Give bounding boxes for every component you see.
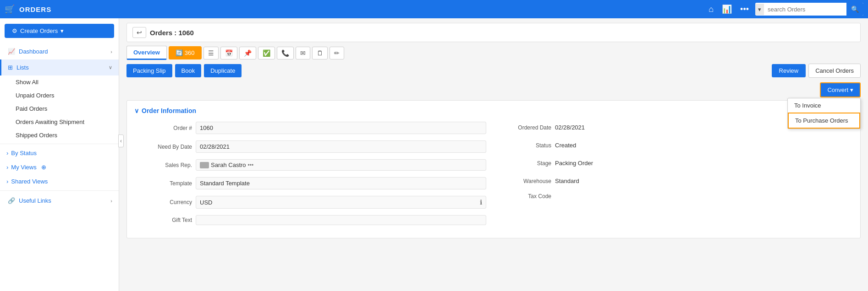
warehouse-value: Standard <box>555 175 846 187</box>
sidebar-item-useful-links[interactable]: 🔗 Useful Links › <box>0 193 119 209</box>
sidebar-item-dashboard[interactable]: 📈 Dashboard › <box>0 43 119 59</box>
my-views-label: My Views <box>11 164 36 171</box>
form-row-order-num: Order # 1060 <box>142 122 486 134</box>
sidebar-divider-2 <box>0 190 119 191</box>
tab-edit[interactable]: ✏ <box>330 47 344 59</box>
gift-text-value[interactable] <box>196 215 486 225</box>
form-col-left: Order # 1060 Need By Date 02/28/2021 Sal… <box>134 122 494 232</box>
currency-info-icon[interactable]: ℹ <box>480 199 482 206</box>
convert-dropdown-menu: To Invoice To Purchase Orders <box>787 98 861 129</box>
gift-text-label: Gift Text <box>142 217 192 223</box>
convert-label: Convert <box>827 86 848 93</box>
duplicate-button[interactable]: Duplicate <box>204 64 242 77</box>
by-status-chevron: › <box>6 150 8 156</box>
currency-value[interactable]: USD ℹ <box>196 196 486 209</box>
sidebar-section-my-views[interactable]: › My Views ⊕ <box>0 160 119 174</box>
lists-label: Lists <box>16 64 29 71</box>
tab-email[interactable]: ✉ <box>296 47 310 59</box>
convert-to-purchase-orders[interactable]: To Purchase Orders <box>788 113 860 129</box>
order-num-value[interactable]: 1060 <box>196 122 486 134</box>
app-icon: 🛒 <box>5 4 15 14</box>
create-dropdown-arrow: ▾ <box>60 27 64 34</box>
currency-text: USD <box>200 199 212 206</box>
template-value[interactable]: Standard Template <box>196 177 486 189</box>
form-col-right: Ordered Date 02/28/2021 Status Created S… <box>494 122 853 232</box>
breadcrumb-bar: ↩ Orders : 1060 <box>126 23 861 42</box>
more-icon[interactable]: ••• <box>738 3 751 16</box>
page-title: Orders : 1060 <box>150 29 194 37</box>
stage-label: Stage <box>501 160 551 167</box>
section-chevron: ∨ <box>134 107 139 114</box>
chart-icon[interactable]: 📊 <box>720 2 734 16</box>
sales-rep-field[interactable]: Sarah Castro ••• <box>196 159 486 171</box>
status-label: Status <box>501 142 551 149</box>
sidebar-item-lists[interactable]: ⊞ Lists ∨ <box>0 59 119 75</box>
sidebar-section-shared-views[interactable]: › Shared Views <box>0 174 119 189</box>
home-icon[interactable]: ⌂ <box>707 3 715 16</box>
list-item-shipped[interactable]: Shipped Orders <box>9 129 119 142</box>
section-header: ∨ Order Information <box>134 107 853 114</box>
form-row-need-by: Need By Date 02/28/2021 <box>142 140 486 153</box>
search-area: ▾ 🔍 <box>755 3 863 16</box>
tab-phone[interactable]: 📞 <box>277 47 294 59</box>
list-item-paid[interactable]: Paid Orders <box>9 102 119 115</box>
form-row-warehouse: Warehouse Standard <box>501 175 846 187</box>
360-refresh-icon: 🔄 <box>176 49 183 56</box>
order-num-label: Order # <box>142 125 192 131</box>
dashboard-label: Dashboard <box>19 48 48 55</box>
status-value: Created <box>555 140 846 151</box>
tax-code-value <box>555 194 846 199</box>
warehouse-label: Warehouse <box>501 178 551 184</box>
sales-rep-label: Sales Rep. <box>142 162 192 168</box>
sidebar-toggle[interactable]: ‹ <box>118 135 124 147</box>
sidebar-divider-1 <box>0 144 119 144</box>
order-info-section: ∨ Order Information Order # 1060 Need By… <box>126 100 861 238</box>
form-row-currency: Currency USD ℹ <box>142 196 486 209</box>
convert-button[interactable]: Convert ▾ <box>820 82 861 97</box>
useful-links-icon: 🔗 <box>8 197 15 204</box>
useful-links-label: Useful Links <box>19 197 51 204</box>
sales-rep-avatar <box>200 162 209 168</box>
sales-rep-name: Sarah Castro <box>211 162 246 168</box>
convert-arrow: ▾ <box>850 86 853 93</box>
review-button[interactable]: Review <box>772 64 806 77</box>
convert-to-invoice[interactable]: To Invoice <box>788 98 860 113</box>
sidebar: ⚙ Create Orders ▾ 📈 Dashboard › ⊞ Lists … <box>0 18 119 291</box>
by-status-label: By Status <box>11 150 37 156</box>
convert-area: Convert ▾ To Invoice To Purchase Orders <box>126 82 861 97</box>
tax-code-label: Tax Code <box>501 193 551 199</box>
useful-links-chevron: › <box>110 198 112 204</box>
sales-rep-more-btn[interactable]: ••• <box>248 162 254 168</box>
form-row-tax-code: Tax Code <box>501 193 846 199</box>
tab-list-view[interactable]: ☰ <box>203 47 219 59</box>
form-row-gift-text: Gift Text <box>142 215 486 225</box>
back-button[interactable]: ↩ <box>132 27 146 38</box>
cancel-orders-button[interactable]: Cancel Orders <box>808 64 861 78</box>
search-input[interactable] <box>764 4 846 15</box>
search-button[interactable]: 🔍 <box>846 3 863 16</box>
tab-check[interactable]: ✅ <box>258 47 275 59</box>
form-grid: Order # 1060 Need By Date 02/28/2021 Sal… <box>134 122 853 232</box>
sidebar-section-by-status[interactable]: › By Status <box>0 146 119 160</box>
create-orders-button[interactable]: ⚙ Create Orders ▾ <box>5 24 114 38</box>
lists-icon: ⊞ <box>8 64 13 71</box>
book-button[interactable]: Book <box>175 64 202 77</box>
need-by-value[interactable]: 02/28/2021 <box>196 140 486 153</box>
list-item-awaiting-shipment[interactable]: Orders Awaiting Shipment <box>9 115 119 129</box>
tab-pin[interactable]: 📌 <box>239 47 256 59</box>
lists-chevron: ∨ <box>109 65 112 70</box>
list-item-unpaid[interactable]: Unpaid Orders <box>9 89 119 102</box>
search-dropdown-btn[interactable]: ▾ <box>755 4 764 15</box>
shared-views-label: Shared Views <box>11 178 48 185</box>
app-title: ORDERS <box>19 5 51 13</box>
currency-label: Currency <box>142 199 192 205</box>
list-item-show-all[interactable]: Show All <box>9 75 119 89</box>
tab-360[interactable]: 🔄 360 <box>169 46 202 59</box>
packing-slip-button[interactable]: Packing Slip <box>126 64 172 77</box>
my-views-add-icon[interactable]: ⊕ <box>41 164 46 171</box>
tab-calendar[interactable]: 📅 <box>220 47 237 59</box>
create-gear-icon: ⚙ <box>12 27 17 34</box>
create-orders-label: Create Orders <box>20 27 58 34</box>
tab-note[interactable]: 🗒 <box>312 47 328 59</box>
tab-overview[interactable]: Overview <box>126 46 167 60</box>
